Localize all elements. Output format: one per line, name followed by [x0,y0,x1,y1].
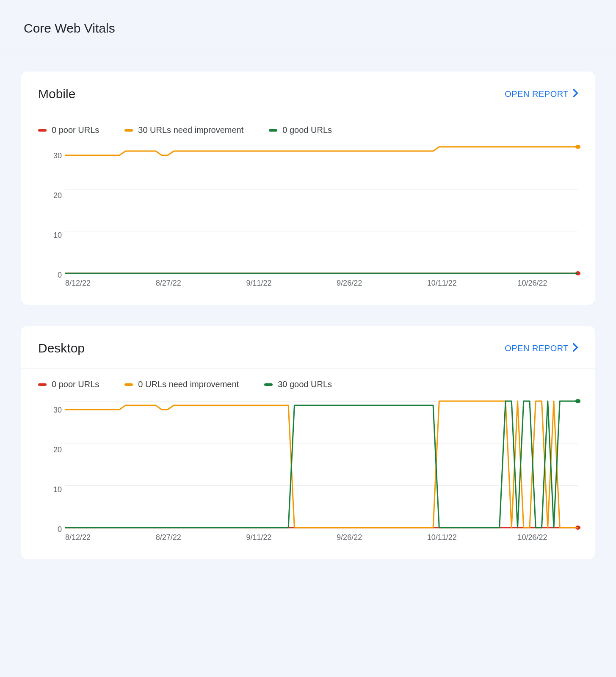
desktop-legend: 0 poor URLs 0 URLs need improvement 30 g… [21,369,595,393]
legend-needs: 0 URLs need improvement [124,380,239,389]
mobile-legend: 0 poor URLs 30 URLs need improvement 0 g… [21,114,595,138]
open-report-desktop-button[interactable]: OPEN REPORT [505,343,578,354]
legend-poor: 0 poor URLs [38,380,99,389]
legend-label-needs: 30 URLs need improvement [138,125,243,135]
mobile-card: Mobile OPEN REPORT 0 poor URLs 30 URLs n… [21,72,595,305]
chevron-right-icon [573,89,578,99]
legend-good: 30 good URLs [264,380,332,389]
legend-label-poor: 0 poor URLs [52,380,99,389]
y-tick: 10 [38,231,62,240]
legend-good: 0 good URLs [269,125,332,135]
legend-poor: 0 poor URLs [38,125,99,135]
mobile-plot [65,147,578,274]
legend-label-good: 0 good URLs [282,125,332,135]
y-axis: 30 20 10 0 [38,401,62,529]
y-tick: 30 [38,151,62,160]
legend-needs: 30 URLs need improvement [124,125,243,135]
desktop-card-title: Desktop [38,341,85,355]
y-tick: 0 [38,271,62,280]
legend-swatch-needs [124,383,133,386]
y-tick: 0 [38,525,62,534]
chevron-right-icon [573,343,578,354]
open-report-mobile-button[interactable]: OPEN REPORT [505,89,578,99]
legend-swatch-good [269,129,277,132]
legend-label-needs: 0 URLs need improvement [138,380,239,389]
svg-point-1 [575,145,580,149]
legend-label-good: 30 good URLs [278,380,332,389]
page-title: Core Web Vitals [0,0,616,50]
open-report-label: OPEN REPORT [505,344,569,353]
y-tick: 20 [38,446,62,454]
desktop-card: Desktop OPEN REPORT 0 poor URLs 0 URLs n… [21,326,595,559]
legend-swatch-poor [38,383,47,386]
svg-point-3 [575,399,580,403]
legend-swatch-good [264,383,273,386]
y-tick: 10 [38,485,62,494]
mobile-chart: 30 20 10 0 8/12/228/27/229/11/229/26/221… [21,138,595,305]
y-tick: 20 [38,191,62,200]
y-axis: 30 20 10 0 [38,147,62,275]
legend-label-poor: 0 poor URLs [52,125,99,135]
open-report-label: OPEN REPORT [505,89,569,99]
mobile-card-title: Mobile [38,87,75,101]
y-tick: 30 [38,406,62,415]
legend-swatch-poor [38,129,47,132]
legend-swatch-needs [124,129,133,132]
desktop-plot [65,401,578,528]
x-axis: 8/12/228/27/229/11/229/26/2210/11/2210/2… [65,279,578,288]
desktop-chart: 30 20 10 0 8/12/228/27/229/11/229/26/221… [21,393,595,559]
x-axis: 8/12/228/27/229/11/229/26/2210/11/2210/2… [65,533,578,542]
